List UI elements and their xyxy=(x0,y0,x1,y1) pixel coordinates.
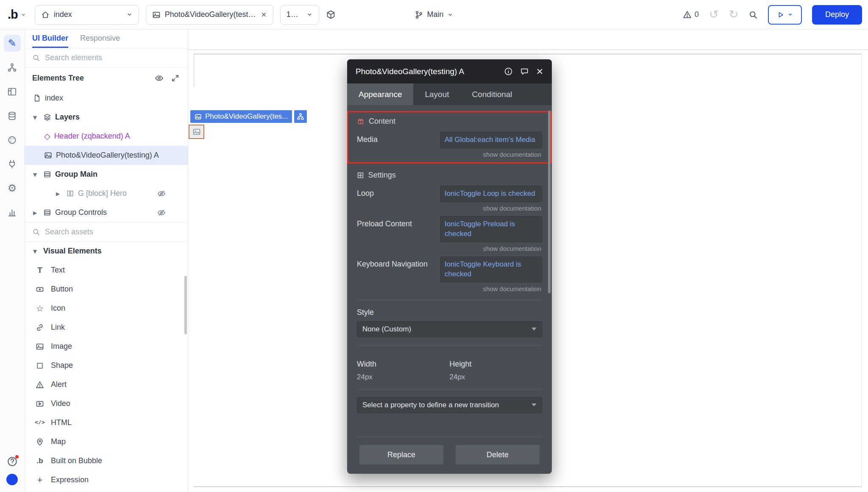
code-icon: </> xyxy=(35,420,45,426)
element-icon[interactable]: ☆ Icon xyxy=(25,299,188,318)
tree-item-group-controls[interactable]: ▸ Group Controls xyxy=(25,203,188,222)
tree-item-layers[interactable]: ▾ Layers xyxy=(25,108,188,127)
element-label: Shape xyxy=(51,361,73,370)
property-editor: Photo&VideoGallery(testing) A Appearance… xyxy=(347,59,552,474)
element-shape[interactable]: Shape xyxy=(25,356,188,375)
avatar[interactable] xyxy=(6,474,18,485)
width-label: Width xyxy=(357,360,450,369)
expand-icon[interactable] xyxy=(171,74,179,83)
info-icon[interactable] xyxy=(504,67,513,76)
property-editor-titlebar[interactable]: Photo&VideoGallery(testing) A xyxy=(347,59,552,83)
hidden-eye-icon[interactable] xyxy=(157,208,166,217)
selected-element-chip[interactable]: Photo&VideoGallery(tes... xyxy=(190,110,292,123)
replace-button[interactable]: Replace xyxy=(359,445,443,464)
search-icon[interactable] xyxy=(748,10,758,19)
workflow-mode-icon[interactable] xyxy=(4,59,21,76)
scrollbar-thumb[interactable] xyxy=(184,276,187,334)
settings-mode-icon[interactable]: ⚙ xyxy=(4,180,21,197)
chevron-down-icon[interactable]: ▾ xyxy=(33,113,39,122)
text-icon: T xyxy=(35,266,45,275)
close-icon[interactable] xyxy=(261,11,267,18)
eye-icon[interactable] xyxy=(155,74,164,83)
tab-responsive[interactable]: Responsive xyxy=(80,30,120,48)
show-documentation-link[interactable]: show documentation xyxy=(357,151,542,158)
plugins-mode-icon[interactable] xyxy=(4,156,21,172)
element-html[interactable]: </> HTML xyxy=(25,413,188,432)
show-documentation-link[interactable]: show documentation xyxy=(357,285,542,292)
keyboard-label: Keyboard Navigation xyxy=(357,256,440,283)
bubble-icon: .b xyxy=(35,457,45,465)
page-selector-dropdown[interactable]: index xyxy=(35,5,139,25)
tree-item-photo-video-gallery[interactable]: Photo&VideoGallery(testing) A xyxy=(25,146,188,165)
canvas[interactable]: Photo&VideoGallery(tes... Photo&VideoGal… xyxy=(188,30,868,492)
element-hierarchy-button[interactable] xyxy=(294,110,307,123)
show-documentation-link[interactable]: show documentation xyxy=(357,205,542,212)
chevron-right-icon[interactable]: ▸ xyxy=(33,208,39,217)
show-documentation-link[interactable]: show documentation xyxy=(357,245,542,252)
chevron-right-icon[interactable]: ▸ xyxy=(56,189,62,198)
search-assets-input[interactable] xyxy=(45,228,180,236)
chevron-down-icon xyxy=(306,11,313,18)
preview-button[interactable] xyxy=(768,5,802,25)
divider xyxy=(357,389,542,389)
zoom-selector[interactable]: 100% xyxy=(280,5,319,25)
element-expression[interactable]: + Expression xyxy=(25,470,188,489)
design-mode-icon[interactable]: ✎ xyxy=(4,35,21,52)
property-editor-tabs: Appearance Layout Conditional xyxy=(347,83,552,105)
tab-layout[interactable]: Layout xyxy=(413,83,460,105)
chevron-down-icon xyxy=(126,11,133,18)
selected-image-element[interactable] xyxy=(189,125,204,139)
open-tab-label: Photo&VideoGallery(testin... xyxy=(165,10,256,19)
tab-conditional[interactable]: Conditional xyxy=(461,83,524,105)
layout-mode-icon[interactable] xyxy=(4,83,21,100)
sidebar-tabs: UI Builder Responsive xyxy=(25,30,188,48)
open-element-tab[interactable]: Photo&VideoGallery(testin... xyxy=(146,5,273,25)
app-menu-button[interactable]: .b xyxy=(6,8,28,22)
keyboard-value[interactable]: IonicToggle Keyboard is checked xyxy=(440,256,542,283)
tree-item-index[interactable]: index xyxy=(25,89,188,108)
loop-value[interactable]: IonicToggle Loop is checked xyxy=(440,186,542,202)
delete-button[interactable]: Delete xyxy=(456,445,540,464)
chevron-down-icon[interactable]: ▾ xyxy=(33,170,39,179)
elements-tree-title: Elements Tree xyxy=(32,74,84,83)
style-select[interactable]: None (Custom) xyxy=(357,321,542,337)
tab-ui-builder[interactable]: UI Builder xyxy=(32,30,68,48)
loop-field: Loop IonicToggle Loop is checked xyxy=(357,186,542,202)
redo-button[interactable]: ↻ xyxy=(729,9,738,20)
visual-elements-header[interactable]: ▾ Visual Elements xyxy=(25,242,188,261)
media-value[interactable]: All Global:each item's Media xyxy=(440,132,542,148)
comment-icon[interactable] xyxy=(520,67,529,76)
preload-field: Preload Content IonicToggle Preload is c… xyxy=(357,216,542,242)
element-text[interactable]: T Text xyxy=(25,261,188,280)
data-mode-icon[interactable] xyxy=(4,107,21,124)
element-label: Link xyxy=(51,323,65,332)
element-map[interactable]: Map xyxy=(25,432,188,451)
preload-value[interactable]: IonicToggle Preload is checked xyxy=(440,216,542,242)
logs-mode-icon[interactable] xyxy=(4,204,21,221)
component-library-icon[interactable] xyxy=(326,10,336,19)
transition-select[interactable]: Select a property to define a new transi… xyxy=(357,397,542,413)
element-link[interactable]: Link xyxy=(25,318,188,337)
search-elements-input[interactable] xyxy=(45,53,180,62)
branch-selector[interactable]: Main xyxy=(415,10,453,19)
tree-item-block-hero[interactable]: ▸ G [block] Hero xyxy=(25,184,188,203)
tree-item-group-main[interactable]: ▾ Group Main xyxy=(25,165,188,184)
element-built-on-bubble[interactable]: .b Built on Bubble xyxy=(25,451,188,470)
hidden-eye-icon[interactable] xyxy=(157,189,166,198)
element-image[interactable]: Image xyxy=(25,337,188,356)
tree-item-header-zqbackend[interactable]: ◇ Header (zqbackend) A xyxy=(25,127,188,146)
undo-button[interactable]: ↺ xyxy=(709,9,719,20)
close-icon[interactable] xyxy=(536,68,543,75)
styles-mode-icon[interactable] xyxy=(4,131,21,148)
element-video[interactable]: Video xyxy=(25,394,188,413)
deploy-button[interactable]: Deploy xyxy=(812,5,862,25)
tab-appearance[interactable]: Appearance xyxy=(347,83,413,105)
help-button[interactable] xyxy=(7,456,18,467)
property-editor-title: Photo&VideoGallery(testing) A xyxy=(356,67,464,76)
element-alert[interactable]: Alert xyxy=(25,375,188,394)
issues-indicator[interactable]: 0 xyxy=(683,10,699,19)
media-field: Media All Global:each item's Media xyxy=(357,132,542,148)
scrollbar-thumb[interactable] xyxy=(548,111,551,293)
element-button[interactable]: Button xyxy=(25,280,188,299)
transition-placeholder: Select a property to define a new transi… xyxy=(362,401,499,409)
